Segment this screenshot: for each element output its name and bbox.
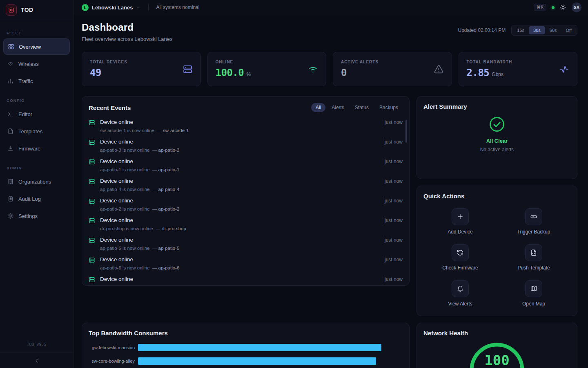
app-logo-icon [6,4,17,16]
quick-action-view-alerts[interactable]: View Alerts [423,275,497,311]
stat-unit: % [246,72,251,77]
server-icon [89,218,95,224]
events-scrollbar[interactable] [405,120,407,143]
event-row: Device onlineap-patio-3 is now online — … [89,136,403,155]
wifi-icon [308,64,318,74]
bar-chart-icon [7,78,14,84]
command-palette-shortcut[interactable]: ⌘K [534,4,546,11]
event-filter-all[interactable]: All [311,103,325,112]
refresh-60s-button[interactable]: 60s [545,26,561,34]
event-detail: ap-patio-5 is now online — ap-patio-5 [100,245,380,251]
sidebar-section-config: CONFIG [7,98,67,103]
stat-card-online: ONLINE100.0% [207,52,327,86]
sidebar-item-firmware[interactable]: Firmware [3,140,70,157]
user-avatar[interactable]: SA [572,2,581,12]
event-row: Device onlineap-patio-1 is now online — … [89,155,403,175]
sidebar-item-settings[interactable]: Settings [3,208,70,224]
sidebar-item-organizations[interactable]: Organizations [3,173,70,190]
quick-actions-title: Quick Actions [423,193,570,200]
sidebar-item-templates[interactable]: Templates [3,123,70,139]
bandwidth-bar-track [138,357,403,365]
event-detail: ap-patio-3 is now online — ap-patio-3 [100,147,380,153]
refresh-icon [457,249,464,256]
page-content: Dashboard Fleet overview across Lebowski… [74,15,588,368]
bandwidth-title: Top Bandwidth Consumers [89,330,403,337]
sidebar-item-wireless[interactable]: Wireless [3,56,70,72]
dashboard-grid: Recent Events AllAlertsStatusBackups Dev… [82,96,577,368]
health-gauge: 100 [468,341,526,368]
quick-action-check-firmware[interactable]: Check Firmware [423,239,497,275]
quick-action-label: Add Device [448,229,472,235]
sidebar-item-audit-log[interactable]: Audit Log [3,191,70,207]
bandwidth-row: sw-core-bowling-alley [89,357,403,365]
stat-unit: Gbps [492,72,503,77]
quick-action-label: Check Firmware [442,265,478,271]
event-title: Device online [100,256,380,263]
quick-action-open-map[interactable]: Open Map [497,275,570,311]
event-title: Device online [100,177,380,185]
stat-value: 100.0% [216,67,251,79]
stat-label: TOTAL BANDWIDTH [467,60,512,64]
event-time: just now [385,197,403,204]
check-circle-icon [488,115,506,133]
stat-card-total-bandwidth: TOTAL BANDWIDTH2.85Gbps [459,52,578,86]
refresh-30s-button[interactable]: 30s [529,26,545,34]
quick-action-add-device[interactable]: Add Device [423,203,497,239]
event-row: Device onlineap-patio-4 is now online — … [89,175,403,195]
map-icon [530,285,537,292]
quick-action-label: Trigger Backup [517,229,550,235]
refresh-15s-button[interactable]: 15s [512,26,529,34]
event-title: Device online [100,119,380,126]
bandwidth-bar-track [138,344,403,351]
recent-events-title: Recent Events [89,104,131,111]
event-title: Device online [100,197,380,204]
sidebar-item-editor[interactable]: Editor [3,106,70,122]
event-title: Device online [100,276,380,283]
event-row: Device onlineap-patio-2 is now online — … [89,195,403,214]
stat-value: 0 [341,67,379,79]
sidebar-item-label: Organizations [18,179,51,185]
stat-label: ONLINE [216,60,251,64]
quick-action-push-template[interactable]: Push Template [497,239,570,275]
hard-drive-icon [530,213,537,220]
main-area: L Lebowski Lanes All systems nominal ⌘K … [74,0,588,368]
alert-summary-title: Alert Summary [423,103,570,110]
event-row: Device onlinertr-pro-shop is now online … [89,214,403,234]
refresh-interval-control: 15s30s60sOff [511,25,577,36]
refresh-off-button[interactable]: Off [561,26,576,34]
stat-label: ACTIVE ALERTS [341,60,379,64]
network-health-title: Network Health [423,330,570,337]
event-filter-alerts[interactable]: Alerts [327,103,349,112]
building-icon [7,178,14,185]
sidebar-item-overview[interactable]: Overview [3,38,70,55]
recent-events-panel: Recent Events AllAlertsStatusBackups Dev… [82,96,410,286]
stat-card-total-devices: TOTAL DEVICES49 [82,52,201,86]
app-version: TOD v9.5 [0,339,73,352]
event-detail: rtr-pro-shop is now online — rtr-pro-sho… [100,226,380,231]
sidebar-collapse-button[interactable] [0,352,73,368]
page-header: Dashboard Fleet overview across Lebowski… [82,22,577,42]
network-health-panel: Network Health 100 [416,323,577,368]
server-icon [89,276,95,283]
event-detail: ap-patio-1 is now online — ap-patio-1 [100,167,380,173]
sidebar-item-traffic[interactable]: Traffic [3,73,70,89]
event-title: Device online [100,138,380,146]
bandwidth-row: gw-lebowski-mansion [89,344,403,351]
quick-action-icon-box [525,280,542,297]
quick-action-label: Open Map [522,301,545,307]
event-filter-status[interactable]: Status [350,103,373,112]
sidebar-item-label: Traffic [18,78,33,84]
org-selector[interactable]: L Lebowski Lanes [82,4,141,11]
sidebar-item-label: Templates [18,128,42,135]
event-detail: ap-patio-2 is now online — ap-patio-2 [100,206,380,212]
event-time: just now [385,236,403,243]
stats-row: TOTAL DEVICES49ONLINE100.0%ACTIVE ALERTS… [82,52,577,86]
bandwidth-bar [138,357,376,365]
quick-action-trigger-backup[interactable]: Trigger Backup [497,203,570,239]
chevron-down-icon [136,5,141,10]
quick-action-icon-box [452,208,469,225]
event-filter-backups[interactable]: Backups [375,103,403,112]
theme-toggle-sun-icon[interactable] [560,4,566,11]
server-icon [89,178,95,185]
event-detail: ap-patio-4 is now online — ap-patio-4 [100,186,380,192]
